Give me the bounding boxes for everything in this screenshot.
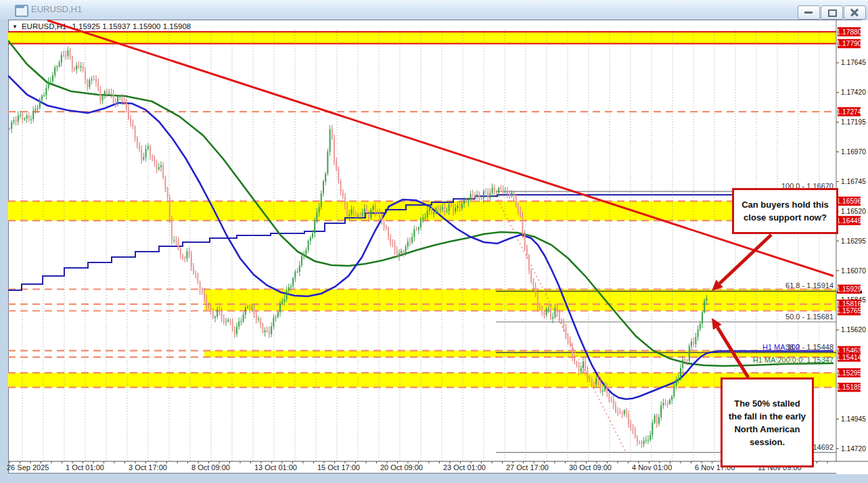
svg-text:23 Oct 01:00: 23 Oct 01:00 xyxy=(443,463,486,472)
svg-text:1.15765: 1.15765 xyxy=(837,307,862,315)
plot-area xyxy=(8,30,836,461)
svg-text:1.14720: 1.14720 xyxy=(841,445,866,453)
svg-text:1.15295: 1.15295 xyxy=(837,369,862,377)
annotation-text: Can buyers hold this close support now? xyxy=(738,198,832,224)
svg-text:61.8 - 1.15914: 61.8 - 1.15914 xyxy=(785,281,833,290)
candles-layer xyxy=(9,47,707,448)
annotation-box-fifty-percent[interactable]: The 50% stalled the fall in the early No… xyxy=(721,377,814,467)
svg-text:1.17195: 1.17195 xyxy=(841,118,866,126)
svg-text:1.15620: 1.15620 xyxy=(841,326,866,334)
svg-text:3 Oct 17:00: 3 Oct 17:00 xyxy=(129,463,167,472)
svg-text:15 Oct 17:00: 15 Oct 17:00 xyxy=(317,463,360,472)
svg-text:1.16449: 1.16449 xyxy=(837,217,862,225)
svg-text:1.16295: 1.16295 xyxy=(841,237,866,245)
svg-text:1.16745: 1.16745 xyxy=(841,178,866,185)
svg-text:30 Oct 09:00: 30 Oct 09:00 xyxy=(569,463,612,472)
svg-text:1.15414: 1.15414 xyxy=(837,354,862,361)
annotation-box-support-question[interactable]: Can buyers hold this close support now? xyxy=(732,188,838,234)
svg-text:13 Oct 01:00: 13 Oct 01:00 xyxy=(254,463,297,472)
svg-text:1.17274: 1.17274 xyxy=(837,108,862,116)
svg-text:H1 MA:100: H1 MA:100 xyxy=(762,343,800,351)
svg-text:1.16520: 1.16520 xyxy=(841,208,866,215)
svg-text:8 Oct 09:00: 8 Oct 09:00 xyxy=(191,463,230,472)
svg-text:1.17645: 1.17645 xyxy=(841,59,866,66)
gridlines xyxy=(22,30,819,461)
svg-text:4 Nov 01:00: 4 Nov 01:00 xyxy=(632,463,672,472)
application-window: { "window": { "title": "EURUSD,H1", "con… xyxy=(0,0,868,483)
svg-text:20 Oct 09:00: 20 Oct 09:00 xyxy=(380,463,423,472)
support-resistance-bands xyxy=(8,32,836,388)
svg-text:1.17420: 1.17420 xyxy=(841,89,866,96)
svg-text:50.0 - 1.15681: 50.0 - 1.15681 xyxy=(785,313,833,321)
svg-text:1.17880: 1.17880 xyxy=(837,28,862,36)
svg-text:1.15929: 1.15929 xyxy=(837,285,862,293)
svg-text:1.15185: 1.15185 xyxy=(837,384,862,391)
svg-text:1 Oct 01:00: 1 Oct 01:00 xyxy=(66,463,104,472)
svg-text:27 Oct 17:00: 27 Oct 17:00 xyxy=(506,463,549,472)
svg-text:1.14945: 1.14945 xyxy=(841,415,866,423)
time-axis: 26 Sep 20251 Oct 01:003 Oct 17:008 Oct 0… xyxy=(7,461,827,472)
svg-text:1.16596: 1.16596 xyxy=(837,198,862,205)
annotation-text: The 50% stalled the fall in the early No… xyxy=(727,397,808,448)
svg-text:1.17790: 1.17790 xyxy=(837,40,862,47)
svg-text:1.16970: 1.16970 xyxy=(841,148,866,156)
svg-text:1.16070: 1.16070 xyxy=(841,267,866,275)
svg-text:26 Sep 2025: 26 Sep 2025 xyxy=(7,463,49,472)
svg-text:H1 MA:200:0:0: 1.15347: H1 MA:200:0:0: 1.15347 xyxy=(753,356,833,364)
